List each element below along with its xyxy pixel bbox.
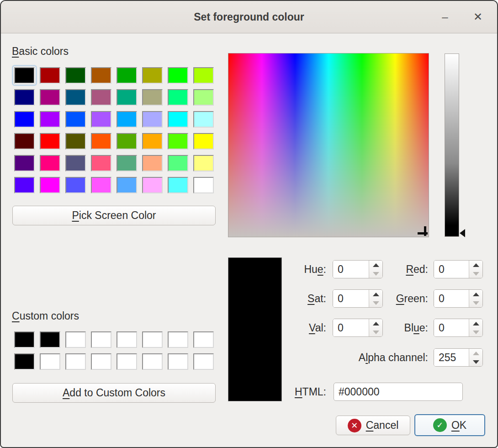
color-swatch[interactable]: [117, 67, 137, 84]
blue-spin-buttons: [469, 319, 482, 336]
color-swatch[interactable]: [117, 331, 137, 348]
color-swatch[interactable]: [65, 111, 86, 128]
green-spinbox[interactable]: [434, 289, 483, 308]
color-swatch[interactable]: [40, 89, 60, 106]
basic-colors-label: Basic colors: [12, 45, 69, 58]
val-label: Val:: [248, 319, 326, 337]
color-swatch[interactable]: [142, 353, 163, 370]
red-spinbox[interactable]: [434, 260, 483, 278]
color-swatch[interactable]: [142, 133, 163, 149]
close-icon[interactable]: ✕: [472, 11, 484, 22]
value-slider-arrow[interactable]: [460, 229, 465, 237]
color-swatch[interactable]: [14, 353, 35, 370]
color-swatch[interactable]: [168, 133, 188, 149]
color-swatch[interactable]: [40, 111, 60, 128]
up-arrow-icon: [473, 293, 479, 296]
blue-increment-button[interactable]: [469, 319, 482, 328]
color-swatch[interactable]: [193, 133, 214, 149]
color-swatch[interactable]: [117, 111, 137, 128]
color-swatch[interactable]: [65, 331, 86, 348]
color-swatch[interactable]: [193, 111, 214, 128]
green-increment-button[interactable]: [469, 290, 482, 299]
color-swatch[interactable]: [142, 89, 163, 106]
alpha-input[interactable]: [434, 349, 469, 366]
ok-button[interactable]: ✓ OK: [414, 414, 485, 436]
color-swatch[interactable]: [40, 133, 60, 149]
titlebar[interactable]: Set foreground colour – ✕: [1, 1, 497, 33]
pick-screen-color-button[interactable]: Pick Screen Color: [12, 206, 216, 225]
color-swatch[interactable]: [91, 155, 111, 171]
add-to-custom-colors-button[interactable]: Add to Custom Colors: [12, 383, 216, 403]
alpha-spinbox[interactable]: [434, 348, 483, 367]
color-swatch[interactable]: [142, 177, 163, 193]
color-swatch[interactable]: [193, 331, 214, 348]
color-swatch[interactable]: [14, 177, 35, 193]
color-swatch[interactable]: [117, 353, 137, 370]
red-input[interactable]: [434, 261, 469, 278]
hue-saturation-area[interactable]: [228, 53, 429, 237]
color-swatch[interactable]: [14, 331, 35, 348]
value-slider[interactable]: [445, 53, 459, 237]
color-swatch[interactable]: [117, 133, 137, 149]
color-swatch[interactable]: [40, 353, 60, 370]
minimize-icon[interactable]: –: [439, 11, 451, 22]
color-swatch[interactable]: [65, 133, 86, 149]
color-swatch[interactable]: [168, 89, 188, 106]
blue-input[interactable]: [434, 319, 469, 336]
color-swatch[interactable]: [40, 177, 60, 193]
green-input[interactable]: [434, 290, 469, 307]
color-swatch[interactable]: [117, 155, 137, 171]
green-decrement-button[interactable]: [469, 299, 482, 307]
color-swatch[interactable]: [65, 67, 86, 84]
html-input[interactable]: [334, 383, 463, 401]
color-swatch[interactable]: [65, 155, 86, 171]
color-swatch[interactable]: [91, 89, 111, 106]
color-swatch[interactable]: [168, 111, 188, 128]
cancel-button[interactable]: ✕ Cancel: [336, 416, 410, 435]
red-decrement-button[interactable]: [469, 269, 482, 278]
color-crosshair[interactable]: [418, 232, 428, 235]
color-swatch[interactable]: [117, 89, 137, 106]
green-label: Green:: [353, 289, 428, 308]
color-swatch[interactable]: [91, 111, 111, 128]
color-swatch[interactable]: [65, 89, 86, 106]
color-swatch[interactable]: [168, 177, 188, 193]
color-swatch[interactable]: [40, 67, 60, 84]
color-swatch[interactable]: [91, 133, 111, 149]
color-swatch[interactable]: [142, 67, 163, 84]
color-swatch[interactable]: [14, 67, 35, 84]
color-swatch[interactable]: [168, 155, 188, 171]
down-arrow-icon: [473, 360, 479, 364]
blue-decrement-button[interactable]: [469, 328, 482, 336]
cancel-label: Cancel: [366, 419, 399, 432]
color-swatch[interactable]: [91, 331, 111, 348]
color-swatch[interactable]: [193, 353, 214, 370]
color-swatch[interactable]: [168, 353, 188, 370]
blue-spinbox[interactable]: [434, 319, 483, 337]
color-swatch[interactable]: [14, 133, 35, 149]
color-swatch[interactable]: [142, 111, 163, 128]
red-increment-button[interactable]: [469, 261, 482, 269]
color-swatch[interactable]: [65, 177, 86, 193]
alpha-increment-button[interactable]: [469, 349, 482, 357]
color-swatch[interactable]: [91, 177, 111, 193]
alpha-decrement-button[interactable]: [469, 357, 482, 366]
color-swatch[interactable]: [14, 89, 35, 106]
color-swatch[interactable]: [91, 353, 111, 370]
color-swatch[interactable]: [193, 67, 214, 84]
color-swatch[interactable]: [193, 177, 214, 193]
color-swatch[interactable]: [142, 331, 163, 348]
color-swatch[interactable]: [168, 331, 188, 348]
color-swatch[interactable]: [193, 89, 214, 106]
color-swatch[interactable]: [40, 155, 60, 171]
cancel-icon: ✕: [348, 419, 361, 432]
color-swatch[interactable]: [14, 111, 35, 128]
color-swatch[interactable]: [14, 155, 35, 171]
color-swatch[interactable]: [168, 67, 188, 84]
color-swatch[interactable]: [142, 155, 163, 171]
color-swatch[interactable]: [65, 353, 86, 370]
color-swatch[interactable]: [193, 155, 214, 171]
color-swatch[interactable]: [117, 177, 137, 193]
color-swatch[interactable]: [40, 331, 60, 348]
color-swatch[interactable]: [91, 67, 111, 84]
